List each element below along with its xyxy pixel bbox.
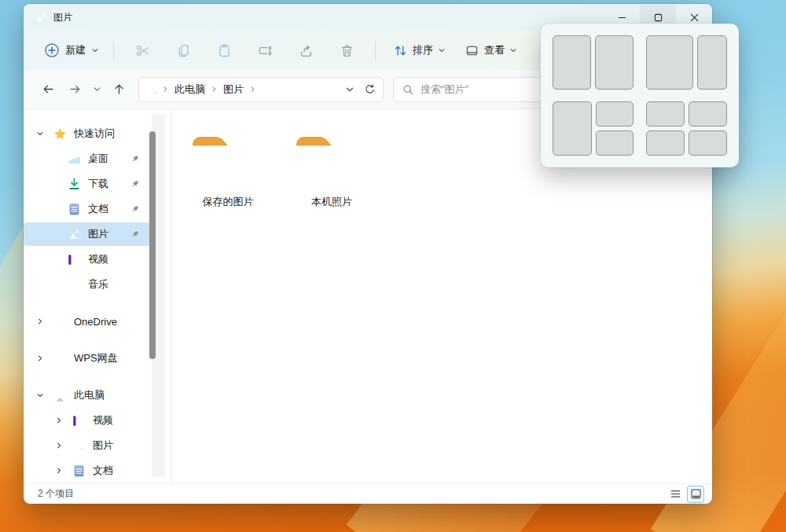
- maximize-icon: [654, 13, 663, 22]
- pictures-icon: [68, 228, 81, 241]
- up-button[interactable]: [105, 76, 132, 103]
- snap-layout-split-50-50[interactable]: [553, 35, 634, 90]
- sidebar-item-wps-cloud[interactable]: WPS网盘: [24, 347, 165, 370]
- chevron-right-icon[interactable]: [55, 442, 63, 449]
- close-icon: [690, 13, 699, 22]
- navigation-pane: 快速访问 桌面 下载 文档 图片: [24, 109, 171, 483]
- folder-saved-pictures[interactable]: 保存的图片: [185, 125, 271, 212]
- snap-zone[interactable]: [595, 35, 634, 90]
- view-button-label: 查看: [484, 43, 505, 57]
- copy-icon: [176, 43, 191, 58]
- snap-zone[interactable]: [553, 35, 591, 90]
- chevron-down-icon: [91, 46, 99, 54]
- chevron-down-icon[interactable]: [36, 391, 44, 399]
- sidebar-item-pc-pictures[interactable]: 图片: [24, 434, 165, 457]
- forward-arrow-icon: [68, 83, 82, 96]
- chevron-down-icon: [509, 46, 517, 54]
- snap-layouts-flyout: [541, 24, 739, 167]
- snap-layout-quad-grid[interactable]: [646, 101, 727, 156]
- sort-button-label: 排序: [413, 43, 433, 57]
- snap-zone[interactable]: [689, 130, 727, 156]
- chevron-right-icon[interactable]: [36, 354, 44, 362]
- chevron-right-icon[interactable]: [55, 416, 63, 424]
- sidebar-item-this-pc[interactable]: 此电脑: [24, 383, 165, 407]
- toolbar-divider: [375, 41, 376, 60]
- window-title: 图片: [53, 11, 72, 24]
- folder-camera-roll[interactable]: 本机照片: [288, 125, 375, 212]
- chevron-right-icon: [249, 86, 256, 93]
- sidebar-item-desktop[interactable]: 桌面: [24, 147, 165, 171]
- folder-label: 保存的图片: [203, 195, 254, 209]
- snap-zone[interactable]: [553, 101, 592, 156]
- chevron-right-icon[interactable]: [55, 467, 63, 475]
- pictures-folder-icon: [146, 83, 159, 96]
- rename-icon: [258, 43, 273, 58]
- details-view-button[interactable]: [667, 486, 684, 503]
- large-icons-view-button[interactable]: [687, 486, 704, 503]
- onedrive-cloud-icon: [53, 315, 67, 328]
- back-button[interactable]: [35, 76, 61, 103]
- snap-zone[interactable]: [596, 101, 634, 127]
- plus-circle-icon: [44, 42, 60, 58]
- item-count: 2 个项目: [38, 487, 74, 501]
- recent-locations-button[interactable]: [88, 76, 105, 103]
- snap-zone[interactable]: [596, 130, 634, 156]
- snap-zone[interactable]: [646, 35, 693, 90]
- minimize-icon: [618, 13, 626, 22]
- chevron-down-icon[interactable]: [36, 130, 44, 138]
- sidebar-item-pc-documents[interactable]: 文档: [24, 459, 165, 482]
- new-button[interactable]: 新建: [38, 38, 105, 63]
- desktop-icon: [68, 152, 81, 166]
- breadcrumb-pictures[interactable]: 图片: [221, 83, 246, 97]
- sidebar-item-music[interactable]: 音乐: [24, 273, 165, 296]
- delete-button[interactable]: [332, 37, 362, 64]
- sidebar-item-videos[interactable]: 视频: [24, 248, 165, 271]
- sidebar-item-onedrive[interactable]: OneDrive: [24, 310, 165, 333]
- cut-button[interactable]: [127, 37, 157, 64]
- sort-button[interactable]: 排序: [387, 39, 452, 63]
- chevron-right-icon[interactable]: [36, 317, 44, 325]
- share-button[interactable]: [291, 37, 321, 64]
- snap-zone[interactable]: [689, 101, 727, 127]
- star-icon: [53, 127, 67, 141]
- back-arrow-icon: [42, 83, 55, 96]
- copy-button[interactable]: [168, 37, 198, 64]
- snap-layout-left-half-right-stack[interactable]: [553, 101, 634, 156]
- sidebar-item-quick-access[interactable]: 快速访问: [24, 122, 165, 145]
- breadcrumb[interactable]: 此电脑 图片: [138, 77, 384, 102]
- new-button-label: 新建: [65, 43, 86, 57]
- folder-label: 本机照片: [311, 195, 352, 209]
- pictures-app-icon: [35, 11, 47, 24]
- sidebar-item-documents[interactable]: 文档: [24, 197, 165, 221]
- forward-button[interactable]: [61, 76, 88, 103]
- snap-zone[interactable]: [646, 101, 685, 127]
- pin-icon: [130, 154, 140, 163]
- sidebar-scrollbar-thumb[interactable]: [149, 131, 156, 359]
- paste-button[interactable]: [209, 37, 239, 64]
- sidebar-item-pc-videos[interactable]: 视频: [24, 409, 165, 432]
- folder-icon: [190, 128, 266, 188]
- address-dropdown-icon[interactable]: [345, 85, 354, 94]
- sidebar-item-downloads[interactable]: 下载: [24, 172, 165, 196]
- cut-icon: [135, 43, 150, 58]
- document-icon: [68, 203, 81, 216]
- chevron-down-icon: [438, 46, 446, 54]
- chevron-right-icon: [162, 86, 169, 93]
- sidebar-scrollbar-track[interactable]: [152, 114, 165, 477]
- pin-icon: [130, 204, 140, 214]
- view-icon: [465, 43, 479, 58]
- view-button[interactable]: 查看: [458, 39, 523, 63]
- up-arrow-icon: [112, 83, 126, 96]
- search-icon: [402, 84, 413, 95]
- sidebar-item-pictures-selected[interactable]: 图片: [24, 222, 165, 246]
- pin-icon: [130, 179, 140, 189]
- refresh-icon[interactable]: [364, 83, 376, 95]
- snap-zone[interactable]: [697, 35, 727, 90]
- download-icon: [68, 178, 81, 191]
- breadcrumb-this-pc[interactable]: 此电脑: [172, 83, 208, 97]
- snap-layout-split-60-40[interactable]: [646, 35, 727, 90]
- wps-cloud-icon: [53, 352, 67, 365]
- rename-button[interactable]: [250, 37, 280, 64]
- paste-icon: [217, 43, 232, 58]
- snap-zone[interactable]: [646, 130, 685, 156]
